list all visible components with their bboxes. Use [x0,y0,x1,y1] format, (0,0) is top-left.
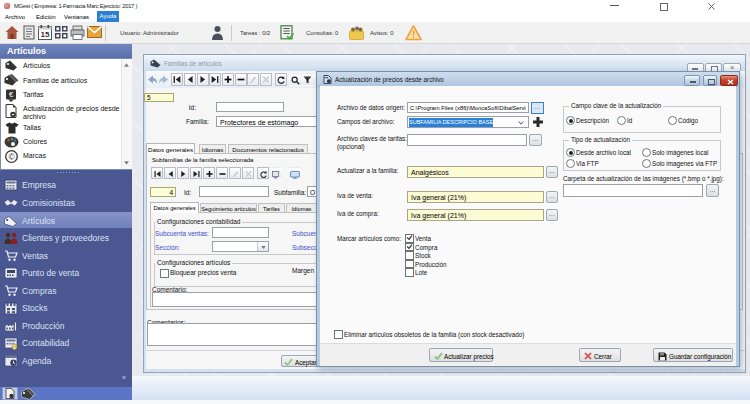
svg-text:$: $ [13,344,16,350]
svg-text:©: © [9,152,16,162]
svg-text:15: 15 [41,30,50,39]
